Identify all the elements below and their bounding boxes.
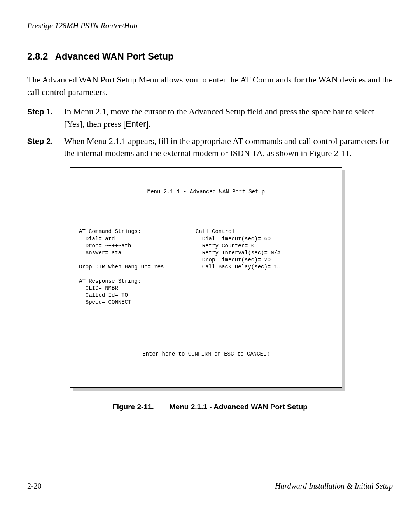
callback-delay: Call Back Delay(sec)= 15: [196, 264, 280, 270]
at-cmd-header: AT Command Strings:: [79, 228, 141, 235]
step-label: Step 2.: [27, 135, 64, 160]
at-answer: Answer= ata: [79, 250, 121, 256]
terminal-footer: Enter here to CONFIRM or ESC to CANCEL:: [79, 351, 333, 358]
section-number: 2.8.2: [27, 51, 48, 61]
step-body: In Menu 2.1, move the cursor to the Adva…: [64, 105, 393, 130]
step-row-1: Step 1. In Menu 2.1, move the cursor to …: [27, 105, 393, 130]
step-text-tail: .: [149, 119, 151, 129]
step-text: When Menu 2.1.1 appears, fill in the app…: [64, 136, 389, 158]
at-dial: Dial= atd: [79, 236, 115, 242]
figure-text: Menu 2.1.1 - Advanced WAN Port Setup: [170, 403, 308, 411]
at-resp-header: AT Response String:: [79, 278, 141, 284]
drop-timeout: Drop Timeout(sec)= 20: [196, 257, 271, 263]
retry-interval: Retry Interval(sec)= N/A: [196, 250, 280, 256]
at-drop: Drop= ~+++~ath: [79, 243, 131, 249]
terminal-inner: Menu 2.1.1 - Advanced WAN Port Setup AT …: [70, 167, 342, 387]
page: Prestige 128MH PSTN Router/Hub 2.8.2Adva…: [0, 0, 420, 510]
step-body: When Menu 2.1.1 appears, fill in the app…: [64, 135, 393, 160]
terminal-columns: AT Command Strings: Dial= atd Drop= ~+++…: [79, 228, 333, 306]
resp-speed: Speed= CONNECT: [79, 299, 131, 305]
retry-counter: Retry Counter= 0: [196, 243, 254, 249]
step-label: Step 1.: [27, 105, 64, 130]
terminal-title: Menu 2.1.1 - Advanced WAN Port Setup: [79, 188, 333, 195]
page-footer: 2-20 Hardward Installation & Initial Set…: [27, 476, 393, 491]
figure-label: Figure 2-11.: [112, 403, 154, 411]
step-row-2: Step 2. When Menu 2.1.1 appears, fill in…: [27, 135, 393, 160]
drop-dtr: Drop DTR When Hang Up= Yes: [79, 264, 164, 270]
terminal-screenshot: Menu 2.1.1 - Advanced WAN Port Setup AT …: [70, 167, 342, 387]
section-title: Advanced WAN Port Setup: [55, 51, 173, 61]
section-heading: 2.8.2Advanced WAN Port Setup: [27, 51, 393, 62]
terminal-col-left: AT Command Strings: Dial= atd Drop= ~+++…: [79, 228, 196, 306]
figure-caption: Figure 2-11.Menu 2.1.1 - Advanced WAN Po…: [27, 403, 393, 411]
enter-key: [Enter]: [123, 119, 149, 129]
intro-paragraph: The Advanced WAN Port Setup Menu allows …: [27, 74, 393, 98]
step-text: In Menu 2.1, move the cursor to the Adva…: [64, 107, 374, 129]
resp-clid: CLID= NMBR: [79, 285, 118, 291]
terminal-col-right: Call Control Dial Timeout(sec)= 60 Retry…: [196, 228, 333, 306]
dial-timeout: Dial Timeout(sec)= 60: [196, 236, 271, 242]
call-control-header: Call Control: [196, 228, 235, 235]
running-header: Prestige 128MH PSTN Router/Hub: [27, 21, 393, 32]
resp-called: Called Id= TO: [79, 292, 128, 298]
page-number: 2-20: [27, 482, 42, 491]
footer-section: Hardward Installation & Initial Setup: [275, 482, 393, 491]
